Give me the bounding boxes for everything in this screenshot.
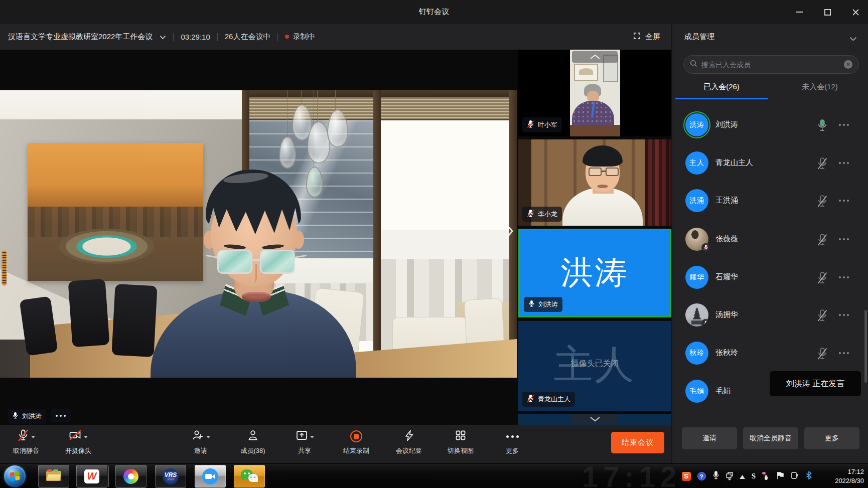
- invite-button[interactable]: 邀请: [175, 429, 227, 455]
- member-more-button[interactable]: [839, 200, 841, 202]
- close-button[interactable]: [849, 6, 862, 18]
- thumbnail-strip: 叶小军: [518, 50, 671, 425]
- taskbar-meeting-button[interactable]: [195, 465, 226, 487]
- meeting-info-bar: 汉语言文学专业虚拟教研室2022年工作会议 03:29:10 26人在会议中 录…: [0, 24, 671, 50]
- clear-search-icon[interactable]: ×: [844, 60, 852, 69]
- mic-muted-icon[interactable]: [817, 233, 828, 245]
- panel-collapse-chevron-icon[interactable]: [849, 34, 857, 43]
- meeting-title: 汉语言文学专业虚拟教研室2022年工作会议: [8, 32, 153, 42]
- thumbnail-yexiaojun[interactable]: 叶小军: [518, 50, 671, 136]
- main-video[interactable]: [0, 90, 517, 378]
- fullscreen-button[interactable]: 全屏: [633, 24, 660, 50]
- expand-thumbnails-button[interactable]: [572, 414, 618, 424]
- qq-penguin-icon[interactable]: [762, 472, 770, 480]
- ime-windows-icon[interactable]: [726, 472, 733, 480]
- end-meeting-button[interactable]: 结束会议: [611, 432, 664, 453]
- speaker-more-button[interactable]: [51, 409, 71, 422]
- dropdown-caret-icon[interactable]: [310, 436, 314, 438]
- mic-muted-icon[interactable]: [817, 309, 828, 321]
- bluetooth-icon[interactable]: [806, 471, 812, 481]
- dropdown-caret-icon[interactable]: [84, 436, 88, 438]
- sogou-input-icon[interactable]: S: [682, 472, 691, 481]
- member-name: 毛娟: [715, 386, 731, 396]
- member-more-button[interactable]: [839, 238, 841, 240]
- show-hidden-icons-arrow[interactable]: [740, 472, 745, 481]
- mic-active-icon[interactable]: [817, 119, 828, 131]
- member-row[interactable]: 汤拥华: [672, 296, 868, 334]
- mic-muted-icon[interactable]: [817, 195, 828, 207]
- mic-muted-icon[interactable]: [817, 347, 828, 359]
- member-row[interactable]: 洪涌 王洪涌: [672, 182, 868, 220]
- help-tray-icon[interactable]: ?: [697, 472, 706, 480]
- avatar-photo: [685, 303, 708, 327]
- taskbar-browser-button[interactable]: [115, 465, 147, 487]
- taskbar-wps-button[interactable]: W: [76, 465, 107, 487]
- panel-scrollbar[interactable]: [864, 310, 867, 383]
- member-more-button[interactable]: [839, 314, 841, 316]
- participant-count[interactable]: 26人在会议中: [225, 32, 271, 42]
- member-more-button[interactable]: [839, 124, 841, 126]
- avatar: 毛娟: [685, 380, 708, 403]
- invite-footer-button[interactable]: 邀请: [682, 427, 737, 449]
- start-button[interactable]: [4, 465, 26, 487]
- avatar-muted-badge-icon: [701, 243, 710, 252]
- member-row[interactable]: 洪涛 刘洪涛: [672, 106, 868, 144]
- thumbnail-qinglongshan[interactable]: 主人 摄像头已关闭 青龙山主人: [518, 321, 671, 411]
- tab-not-joined[interactable]: 未入会(12): [771, 76, 868, 99]
- thumbnail-liuhongtao-speaking[interactable]: 洪涛 刘洪涛: [518, 229, 671, 317]
- member-name: 青龙山主人: [715, 158, 753, 168]
- wechat-icon: [241, 469, 258, 483]
- mic-on-icon: [12, 411, 19, 421]
- device-eject-icon[interactable]: [791, 471, 799, 481]
- file-explorer-icon: [46, 471, 61, 482]
- vrs-app-icon: VRS实训室: [163, 468, 179, 484]
- member-more-button[interactable]: [839, 162, 841, 164]
- switch-view-button[interactable]: 切换视图: [435, 429, 487, 455]
- avatar-photo: [685, 228, 708, 251]
- member-more-button[interactable]: [839, 276, 841, 278]
- more-footer-button[interactable]: 更多: [804, 427, 859, 449]
- member-name: 汤拥华: [715, 310, 738, 319]
- microphone-tray-icon[interactable]: [712, 470, 719, 482]
- next-page-chevron-icon[interactable]: [503, 220, 516, 242]
- minimize-button[interactable]: [793, 6, 806, 18]
- search-input[interactable]: [701, 61, 840, 69]
- more-dots-icon: [506, 435, 509, 438]
- browser-pinwheel-icon: [123, 469, 138, 484]
- member-search-box[interactable]: ×: [683, 55, 859, 74]
- member-row[interactable]: 耀华 石耀华: [672, 258, 868, 296]
- audio-level-meter: [2, 250, 7, 286]
- thumbnail-lixiaolong[interactable]: 李小龙: [518, 139, 671, 226]
- members-button[interactable]: 成员(38): [227, 429, 279, 455]
- unmute-all-button[interactable]: 取消全员静音: [743, 427, 798, 449]
- s-tray-icon[interactable]: S: [752, 472, 756, 480]
- meeting-duration: 03:29:10: [181, 33, 210, 41]
- member-row[interactable]: 主人 青龙山主人: [672, 144, 868, 182]
- mic-muted-icon[interactable]: [817, 157, 828, 169]
- tab-joined[interactable]: 已入会(26): [672, 76, 771, 99]
- mic-muted-icon[interactable]: [817, 271, 828, 283]
- grid-view-icon: [455, 429, 467, 443]
- member-more-button[interactable]: [839, 352, 841, 354]
- lightning-icon: [403, 429, 415, 444]
- dropdown-caret-icon[interactable]: [206, 436, 210, 438]
- member-row[interactable]: 秋玲 张秋玲: [672, 334, 868, 372]
- collapse-thumbnails-button[interactable]: [572, 51, 618, 63]
- unmute-button[interactable]: 取消静音: [0, 429, 52, 455]
- member-name: 石耀华: [715, 272, 738, 282]
- share-screen-icon: [296, 429, 308, 444]
- meeting-title-chevron-icon[interactable]: [160, 33, 166, 42]
- maximize-button[interactable]: [821, 6, 834, 18]
- dropdown-caret-icon[interactable]: [31, 436, 35, 438]
- camera-on-button[interactable]: 开摄像头: [52, 429, 104, 455]
- meeting-minutes-button[interactable]: 会议纪要: [383, 429, 435, 455]
- taskbar-clock[interactable]: 17:12 2022/8/30: [835, 467, 864, 485]
- taskbar-wechat-button[interactable]: [234, 465, 265, 487]
- taskbar-explorer-button[interactable]: [38, 465, 69, 487]
- taskbar-vrs-button[interactable]: VRS实训室: [155, 465, 186, 487]
- action-center-flag-icon[interactable]: [776, 471, 784, 481]
- more-button[interactable]: 更多: [486, 429, 538, 455]
- share-screen-button[interactable]: 共享: [278, 429, 331, 455]
- member-row[interactable]: 张薇薇: [672, 220, 868, 258]
- stop-recording-button[interactable]: 结束录制: [330, 429, 382, 455]
